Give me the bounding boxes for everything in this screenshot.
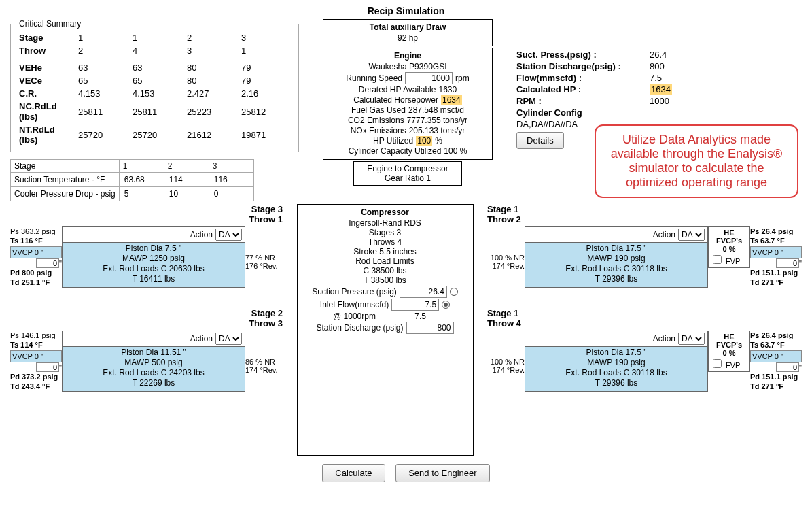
summary-calc-hp: 1634 — [650, 84, 672, 95]
table-row: C.R. 4.153 4.153 2.427 2.16 — [16, 87, 293, 100]
summary-panel: Suct. Press.(psig) :26.4 Station Dischar… — [516, 50, 802, 129]
throw-main-l2: Action DA Piston Dia 11.51 " MAWP 500 ps… — [62, 331, 245, 392]
throw-main-r2: Action DA Piston Dia 17.5 " MAWP 190 psi… — [525, 331, 708, 392]
details-button[interactable]: Details — [516, 132, 564, 149]
cooler-drop-input-1[interactable] — [123, 188, 160, 199]
crit-h0: Stage — [16, 31, 75, 44]
throw-label-s2t3: Stage 2Throw 3 — [10, 308, 283, 328]
engine-box: Engine Waukesha P9390GSI Running Speed r… — [323, 48, 493, 160]
throw-main-r1: Action DA Piston Dia 17.5 " MAWP 190 psi… — [525, 226, 708, 288]
suction-temp-input-2[interactable] — [168, 174, 205, 185]
stage-inputs-hdr: Stage — [11, 160, 120, 173]
aux-draw-header: Total auxiliary Draw — [329, 22, 487, 32]
cooler-drop-label: Cooler Pressure Drop - psig — [11, 187, 120, 201]
table-row: VECe 65 65 80 79 — [16, 74, 293, 87]
fvp-checkbox-r1[interactable] — [713, 255, 722, 264]
fvcp-box-r2: HE FVCP's 0 % FVP — [708, 331, 750, 372]
suction-pressure-radio[interactable] — [450, 288, 458, 296]
suction-temp-label: Suction Temperature - °F — [11, 173, 120, 187]
table-row: NC.RdLd (lbs) 25811 25811 25223 25812 — [16, 100, 293, 123]
compressor-header: Compressor — [303, 207, 467, 217]
fvcp-box-r1: HE FVCP's 0 % FVP — [708, 226, 750, 268]
throw-nr-l1: 77 % NR 176 °Rev. — [245, 226, 283, 270]
crit-h1: 1 — [75, 31, 130, 44]
throw-label-s1t4: Stage 1Throw 4 — [487, 308, 802, 328]
analytics-callout: Utilize Data Analytics made available th… — [595, 124, 798, 198]
suction-temp-input-3[interactable] — [213, 174, 250, 185]
cooler-drop-input-2[interactable] — [168, 188, 205, 199]
action-select-r1[interactable]: DA — [678, 229, 705, 241]
vvcp-input-r1[interactable] — [776, 258, 799, 268]
vvcp-input-r2[interactable] — [776, 362, 799, 372]
gear-ratio-box: Engine to Compressor Gear Ratio 1 — [353, 161, 462, 186]
vvcp-header: VVCP 0 " — [10, 246, 62, 258]
throw-side-left-1: Ps 363.2 psig Ts 116 °F VVCP 0 " " Pd 80… — [10, 226, 62, 288]
suction-pressure-input[interactable] — [400, 286, 447, 298]
table-row: VEHe 63 63 80 79 — [16, 61, 293, 74]
vvcp-input-l2[interactable] — [36, 362, 59, 372]
send-to-engineer-button[interactable]: Send to Engineer — [395, 464, 489, 482]
suction-temp-input-1[interactable] — [123, 174, 160, 185]
critical-summary-table: Stage 1 1 2 3 Throw 2 4 3 1 VEHe 63 — [16, 31, 293, 146]
vvcp-input-l1[interactable] — [36, 258, 59, 268]
crit-h2: 1 — [130, 31, 184, 44]
action-select-l2[interactable]: DA — [215, 333, 242, 345]
aux-draw-value: 92 hp — [329, 33, 487, 43]
action-select-r2[interactable]: DA — [678, 333, 705, 345]
compressor-box: Compressor Ingersoll-Rand RDS Stages 3 T… — [297, 204, 474, 456]
throw-nr-r2: 100 % NR 174 °Rev. — [487, 331, 525, 374]
station-discharge-input[interactable] — [406, 322, 454, 334]
engine-model: Waukesha P9390GSI — [329, 62, 487, 71]
throw-side-left-2: Ps 146.1 psig Ts 114 °F VVCP 0 " " Pd 37… — [10, 331, 62, 392]
page-title: Recip Simulation — [10, 5, 802, 16]
throw-side-right-2: Ps 26.4 psig Ts 63.7 °F VVCP 0 " " Pd 15… — [750, 331, 802, 392]
throw-nr-r1: 100 % NR 174 °Rev. — [487, 226, 525, 270]
crit-h3: 2 — [184, 31, 239, 44]
running-speed-input[interactable] — [405, 72, 453, 84]
cooler-drop-input-3[interactable] — [213, 188, 250, 199]
throw-nr-l2: 86 % NR 174 °Rev. — [245, 331, 283, 374]
running-speed-label: Running Speed — [346, 73, 402, 83]
crit-throw-label: Throw — [16, 44, 75, 57]
stage-inputs-table: Stage 1 2 3 Suction Temperature - °F Coo… — [10, 159, 254, 201]
engine-header: Engine — [329, 51, 487, 61]
inlet-flow-input[interactable] — [391, 299, 439, 311]
calculate-button[interactable]: Calculate — [322, 464, 385, 482]
calculated-hp-value: 1634 — [441, 95, 462, 105]
running-speed-unit: rpm — [455, 73, 470, 83]
throw-label-s3t1: Stage 3Throw 1 — [10, 204, 283, 224]
hp-utilized-value: 100 — [416, 136, 432, 146]
crit-h4: 3 — [239, 31, 293, 44]
throw-side-right-1: Ps 26.4 psig Ts 63.7 °F VVCP 0 " " Pd 15… — [750, 226, 802, 288]
fvp-checkbox-r2[interactable] — [713, 359, 722, 368]
aux-draw-box: Total auxiliary Draw 92 hp — [323, 19, 493, 46]
throw-label-s1t2: Stage 1Throw 2 — [487, 204, 802, 224]
action-select-l1[interactable]: DA — [215, 229, 242, 241]
table-row: NT.RdLd (lbs) 25720 25720 21612 19871 — [16, 123, 293, 146]
critical-summary-legend: Critical Summary — [16, 19, 84, 29]
throw-main-l1: Action DA Piston Dia 7.5 " MAWP 1250 psi… — [62, 226, 245, 288]
critical-summary-fieldset: Critical Summary Stage 1 1 2 3 Throw 2 4… — [10, 19, 299, 152]
inlet-flow-radio[interactable] — [442, 301, 450, 309]
